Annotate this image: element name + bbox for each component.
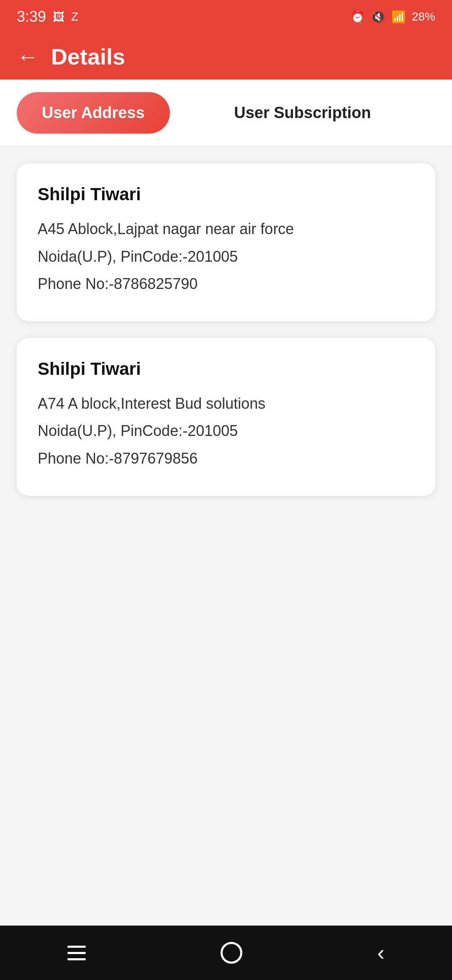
card-2-name: Shilpi Tiwari — [38, 359, 414, 379]
address-card-1: Shilpi Tiwari A45 Ablock,Lajpat nagar ne… — [17, 163, 435, 321]
status-bar-left: 3:39 🖼 Z — [17, 8, 78, 26]
alarm-icon: ⏰ — [350, 10, 365, 24]
card-1-address-line2: Noida(U.P), PinCode:-201005 — [38, 245, 414, 269]
address-card-2: Shilpi Tiwari A74 A block,Interest Bud s… — [17, 338, 435, 496]
nav-bar: ‹ — [0, 926, 452, 980]
mute-icon: 🔇 — [371, 10, 385, 24]
card-1-address-line1: A45 Ablock,Lajpat nagar near air force — [38, 217, 414, 241]
card-1-name: Shilpi Tiwari — [38, 184, 414, 204]
tab-bar: User Address User Subscription — [0, 80, 452, 147]
signal-icon: 📶 — [391, 10, 406, 24]
card-2-phone: Phone No:-8797679856 — [38, 446, 414, 471]
card-2-address-line1: A74 A block,Interest Bud solutions — [38, 392, 414, 416]
tab-user-address[interactable]: User Address — [17, 92, 170, 134]
card-1-phone: Phone No:-8786825790 — [38, 272, 414, 296]
nav-back-icon: ‹ — [378, 940, 385, 965]
status-bar: 3:39 🖼 Z ⏰ 🔇 📶 28% — [0, 0, 452, 34]
nav-home-icon — [221, 942, 242, 964]
header: ← Details — [0, 34, 452, 80]
battery-text: 28% — [412, 10, 435, 23]
nav-home-button[interactable] — [204, 935, 259, 970]
tab-user-subscription[interactable]: User Subscription — [170, 92, 435, 134]
nav-recents-button[interactable] — [51, 939, 103, 967]
back-button[interactable]: ← — [17, 46, 39, 67]
photo-icon: 🖼 — [53, 10, 64, 24]
page-title: Details — [51, 44, 125, 70]
main-content: Shilpi Tiwari A45 Ablock,Lajpat nagar ne… — [0, 147, 452, 926]
status-time: 3:39 — [17, 8, 46, 26]
z-icon: Z — [71, 10, 78, 23]
status-bar-right: ⏰ 🔇 📶 28% — [350, 10, 435, 24]
nav-recents-icon — [67, 946, 86, 960]
nav-back-button[interactable]: ‹ — [361, 934, 401, 972]
card-2-address-line2: Noida(U.P), PinCode:-201005 — [38, 419, 414, 443]
